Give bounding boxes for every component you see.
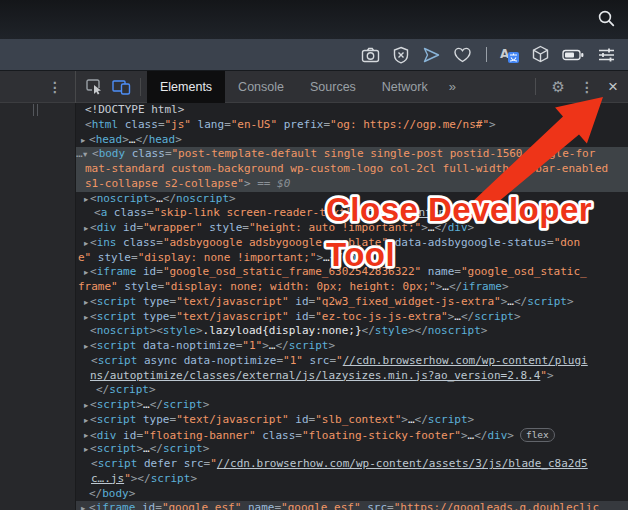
expand-arrow-icon[interactable]: ▸ [84,192,88,207]
code-token: ins [343,251,363,264]
code-token: <!DOCTYPE html> [85,103,184,116]
translate-icon[interactable]: A [499,45,519,64]
shield-x-icon[interactable] [392,46,410,64]
code-token: = [547,236,554,249]
tab-network[interactable]: Network [369,71,441,103]
code-token: //cdn.browserhow.com/wp-content/plugi [343,354,588,367]
code-row[interactable]: </body> [76,487,628,502]
more-tabs-icon[interactable]: » [441,79,464,94]
tab-sources[interactable]: Sources [297,71,369,103]
menu-dots-icon[interactable]: ⋮ [572,79,602,95]
expand-arrow-icon[interactable]: ▸ [84,339,88,354]
code-token: </ [89,487,102,500]
code-token: type [136,413,169,426]
code-row[interactable]: </script> [76,383,628,398]
code-row[interactable]: ▸<script>…</script> [76,442,628,457]
tune-icon[interactable] [597,46,616,64]
code-token: "floating-sticky-footer" [302,429,461,442]
cube-icon[interactable] [531,45,550,64]
code-row[interactable]: ▸<iframe id="google_esf" name="google_es… [76,501,628,510]
expand-arrow-icon[interactable]: ▸ [84,413,88,428]
code-token: mat-standard custom-background wp-custom… [85,162,608,175]
code-token: … [465,206,472,219]
code-token: type [136,295,169,308]
code-token: "skip-link screen-reader-text" [154,206,353,219]
code-token: script [98,457,138,470]
code-token: noscript [176,192,229,205]
code-row[interactable]: ▸<div id="wrapper" style="height: auto !… [76,221,628,236]
code-token: script [98,354,138,367]
code-token: > [401,413,408,426]
expand-arrow-icon[interactable]: ▸ [84,398,88,413]
code-token: < [89,133,96,146]
code-row[interactable]: ▸<head>…</head> [76,133,628,148]
code-token: html [92,118,119,131]
code-row[interactable]: s1-collapse s2-collapse"> == $0 [76,177,628,192]
code-token: "google_osd_static_frame_6302542836322" [163,265,421,278]
code-row[interactable]: ns/autoptimize/classes/external/js/lazys… [76,369,628,384]
page-menu-icon[interactable]: ⋮ [0,71,76,103]
code-token: > [136,398,143,411]
code-token: </ [474,429,487,442]
code-row[interactable]: ▸<iframe id="google_osd_static_frame_630… [76,265,628,280]
code-token: < [90,295,97,308]
tab-elements[interactable]: Elements [147,71,225,103]
code-token: body [99,147,126,160]
code-row[interactable]: <script async data-noptimize="1" src="//… [76,354,628,369]
search-icon[interactable] [597,9,615,31]
device-toolbar-icon[interactable] [112,78,131,95]
code-token: script [428,413,468,426]
expand-arrow-icon[interactable]: ▸ [84,428,88,443]
code-row[interactable]: ▸<script data-noptimize="1">…</script> [76,339,628,354]
code-row[interactable]: ▸<script type="text/javascript" id="q2w3… [76,295,628,310]
collapse-arrow-icon[interactable]: ▾ [83,147,87,162]
code-row[interactable]: frame" style="display: none; width: 0px;… [76,280,628,295]
code-token: < [89,501,96,510]
code-token: data-adsbygoogle-status [388,236,547,249]
code-token: div [448,221,468,234]
code-token: "en-US" [231,118,277,131]
code-token: … [143,442,150,455]
code-row[interactable]: ▸<ins class="adsbygoogle adsbygoogle-noa… [76,236,628,251]
battery-icon[interactable] [562,46,585,64]
code-row[interactable]: <html class="js" lang="en-US" prefix="og… [76,118,628,133]
code-token: script [97,413,137,426]
code-row[interactable]: c….js"></script> [76,472,628,487]
tab-console[interactable]: Console [225,71,297,103]
camera-icon[interactable] [361,46,380,64]
hidden-elements-ellipsis[interactable]: … [76,147,83,162]
devtools-controls: ⚙ ⋮ × [535,77,628,97]
code-row[interactable]: <script defer src="//cdn.browserhow.com/… [76,457,628,472]
code-token: ></ [131,472,151,485]
code-token: > [328,339,335,352]
expand-arrow-icon[interactable]: ▸ [84,295,88,310]
heart-icon[interactable] [453,46,472,64]
code-row[interactable]: e" style="display: none !important;">…</… [76,251,628,266]
flex-badge[interactable]: flex [520,428,555,442]
code-token: > [190,472,197,485]
code-row[interactable]: ▸<script type="text/javascript" id="slb_… [76,413,628,428]
expand-arrow-icon[interactable]: ▸ [84,236,88,251]
expand-arrow-icon[interactable]: ▸ [84,442,88,457]
code-row[interactable]: <!DOCTYPE html> [76,103,628,118]
expand-arrow-icon[interactable]: ▸ [84,265,88,280]
code-row[interactable]: ▸<script>…</script> [76,398,628,413]
code-token: > [507,429,514,442]
expand-arrow-icon[interactable]: ▸ [81,501,85,510]
code-token: … [454,310,461,323]
expand-arrow-icon[interactable]: ▸ [84,310,88,325]
code-row[interactable]: ▸<div id="floating-banner" class="floati… [76,428,628,443]
code-row[interactable]: ▸<noscript>…</noscript> [76,192,628,207]
code-row[interactable]: <noscript><style>.lazyload{display:none;… [76,324,628,339]
send-icon[interactable] [422,46,441,64]
expand-arrow-icon[interactable]: ▸ [84,221,88,236]
code-row[interactable]: …▾<body class="post-template-default sin… [76,147,628,162]
expand-arrow-icon[interactable]: ▸ [81,133,85,148]
inspect-element-icon[interactable] [85,78,103,95]
close-devtools-button[interactable]: × [602,77,628,97]
extension-toolbar: A [0,39,628,71]
settings-gear-icon[interactable]: ⚙ [545,78,572,96]
code-row[interactable]: ▸<script type="text/javascript" id="ez-t… [76,310,628,325]
code-row[interactable]: <a class="skip-link screen-reader-text" … [76,206,628,221]
code-row[interactable]: mat-standard custom-background wp-custom… [76,162,628,177]
